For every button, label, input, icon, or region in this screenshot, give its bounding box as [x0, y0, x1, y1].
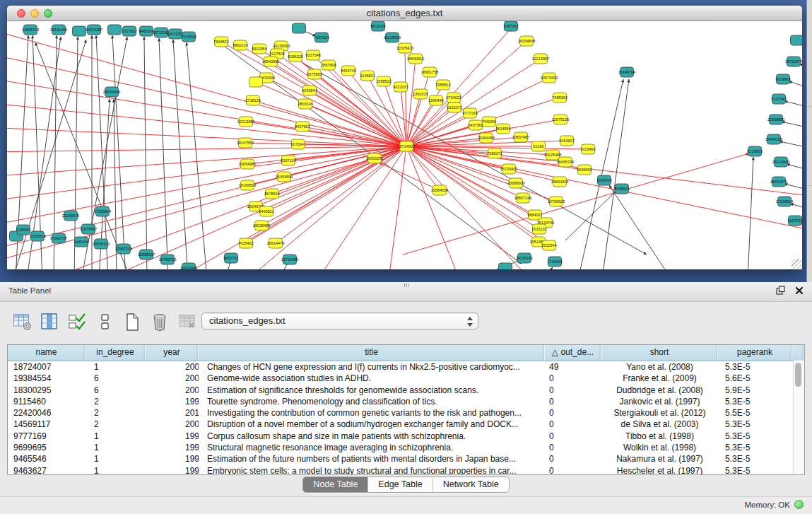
network-node[interactable]	[73, 26, 86, 36]
network-edge[interactable]	[748, 157, 753, 269]
cell-name[interactable]: 9699695	[8, 442, 86, 453]
cell-in-degree[interactable]: 2	[86, 396, 146, 407]
cell-in-degree[interactable]: 2	[86, 407, 146, 419]
cell-short[interactable]: Jankovic et al. (1997)	[601, 396, 718, 407]
cell-in-degree[interactable]: 1	[86, 465, 146, 475]
cell-name[interactable]: 18300295	[8, 385, 86, 396]
network-table-selector[interactable]: citations_edges.txt	[201, 313, 478, 329]
tab-edge-table[interactable]: Edge Table	[367, 477, 432, 492]
column-selection-icon[interactable]	[66, 311, 88, 332]
table-options-icon[interactable]	[11, 311, 33, 332]
cell-title[interactable]: Embryonic stem cells: a model to study s…	[199, 465, 545, 475]
table-row[interactable]: 1830029562008Estimation of significance …	[8, 385, 804, 396]
cell-in-degree[interactable]: 1	[86, 431, 146, 442]
network-edge[interactable]	[253, 100, 406, 146]
cell-title[interactable]: Changes of HCN gene expression and I(f) …	[199, 361, 545, 373]
cell-short[interactable]: Hescheler et al. (1997)	[601, 465, 718, 475]
cell-name[interactable]: 9465546	[8, 453, 86, 465]
cell-short[interactable]: Stergiakouli et al. (2012)	[601, 407, 718, 419]
network-node[interactable]	[791, 35, 803, 45]
cell-title[interactable]: Investigating the contribution of common…	[199, 407, 545, 419]
network-edge[interactable]	[609, 185, 671, 269]
network-edge[interactable]	[173, 40, 188, 269]
cell-title[interactable]: Structural magnetic resonance image aver…	[199, 442, 545, 453]
delete-table-icon[interactable]	[177, 311, 198, 332]
cell-title[interactable]: Genome-wide association studies in ADHD.	[199, 373, 545, 384]
column-header-name[interactable]: name	[8, 345, 86, 361]
show-columns-icon[interactable]	[39, 311, 60, 332]
memory-ok-indicator[interactable]	[794, 500, 804, 509]
close-panel-icon[interactable]	[795, 286, 804, 295]
network-edge[interactable]	[790, 204, 802, 210]
cell-pagerank[interactable]: 5.3E-5	[718, 396, 792, 407]
cell-year[interactable]: 2008	[146, 361, 199, 373]
cell-short[interactable]: Tibbo et al. (1998)	[601, 431, 718, 442]
cell-name[interactable]: 18724007	[8, 361, 86, 373]
cell-pagerank[interactable]: 5.5E-5	[718, 407, 792, 419]
cell-title[interactable]: Estimation of the future numbers of pati…	[199, 453, 545, 465]
network-edge[interactable]	[81, 37, 127, 269]
cell-out-de-[interactable]: 0	[545, 419, 601, 430]
column-header-title[interactable]: title	[199, 345, 545, 361]
cell-pagerank[interactable]: 5.3E-5	[718, 453, 792, 465]
cell-out-de-[interactable]: 0	[545, 442, 601, 453]
scrollbar-thumb[interactable]	[795, 363, 801, 387]
network-edge[interactable]	[389, 146, 406, 269]
table-row[interactable]: 1456911722003Disruption of a novel membe…	[8, 419, 804, 430]
cell-pagerank[interactable]: 5.9E-5	[718, 385, 792, 396]
cell-year[interactable]: 1998	[146, 431, 199, 442]
cell-out-de-[interactable]: 0	[545, 465, 601, 475]
table-row[interactable]: 977716911998Corpus callosum shape and si…	[8, 431, 804, 442]
network-edge[interactable]	[406, 72, 430, 146]
cell-short[interactable]: Franke et al. (2009)	[601, 373, 718, 384]
column-header-year[interactable]: year	[146, 345, 199, 361]
network-edge[interactable]	[779, 141, 802, 148]
cell-title[interactable]: Disruption of a novel member of a sodium…	[199, 419, 545, 430]
network-edge[interactable]	[74, 37, 78, 269]
cell-pagerank[interactable]: 5.3E-5	[718, 465, 792, 475]
table-row[interactable]: 1872400712008Changes of HCN gene express…	[8, 361, 804, 373]
cell-out-de-[interactable]: 0	[545, 407, 601, 419]
cell-out-de-[interactable]: 0	[545, 453, 601, 465]
cell-out-de-[interactable]: 0	[545, 431, 601, 442]
cell-title[interactable]: Corpus callosum shape and size in male p…	[199, 431, 545, 442]
network-node-selected[interactable]	[249, 77, 263, 87]
cell-in-degree[interactable]: 6	[86, 373, 146, 384]
network-edge[interactable]	[789, 81, 802, 89]
table-row[interactable]: 1938455462009Genome-wide association stu…	[8, 373, 804, 384]
cell-short[interactable]: Dudbridge et al. (2008)	[601, 385, 718, 396]
cell-short[interactable]: Wolkin et al. (1998)	[601, 442, 718, 453]
cell-name[interactable]: 22420046	[8, 407, 86, 419]
network-edge[interactable]	[602, 79, 629, 269]
cell-name[interactable]: 9115460	[8, 396, 86, 407]
cell-pagerank[interactable]: 5.6E-5	[718, 373, 792, 384]
cell-pagerank[interactable]: 5.3E-5	[718, 431, 792, 442]
cell-in-degree[interactable]: 1	[86, 453, 146, 465]
cell-year[interactable]: 1998	[146, 442, 199, 453]
network-edge[interactable]	[787, 164, 802, 171]
network-edge[interactable]	[406, 137, 521, 146]
network-edge[interactable]	[544, 267, 553, 269]
network-edge[interactable]	[187, 42, 207, 269]
cell-out-de-[interactable]: 49	[545, 361, 601, 373]
column-header-pagerank[interactable]: pagerank	[718, 345, 792, 361]
cell-name[interactable]: 9777169	[8, 431, 86, 442]
cell-name[interactable]: 19384554	[8, 373, 86, 384]
network-edge[interactable]	[379, 163, 440, 190]
tab-network-table[interactable]: Network Table	[433, 477, 509, 492]
cell-name[interactable]: 14569117	[8, 419, 86, 430]
float-panel-icon[interactable]	[776, 286, 785, 295]
cell-title[interactable]: Estimation of significance thresholds fo…	[199, 385, 545, 396]
table-row[interactable]: 946554611997Estimation of the future num…	[8, 453, 804, 465]
cell-year[interactable]: 2008	[146, 385, 199, 396]
network-edge[interactable]	[159, 38, 168, 269]
cell-out-de-[interactable]: 0	[545, 373, 601, 384]
network-edge[interactable]	[144, 37, 147, 269]
tab-node-table[interactable]: Node Table	[303, 477, 367, 492]
panel-splitter-grip[interactable]	[404, 284, 410, 287]
network-edge[interactable]	[784, 101, 802, 108]
cell-in-degree[interactable]: 2	[86, 419, 146, 430]
network-node[interactable]	[293, 23, 306, 33]
column-header-in-degree[interactable]: in_degree	[86, 345, 146, 361]
cell-in-degree[interactable]: 1	[86, 442, 146, 453]
